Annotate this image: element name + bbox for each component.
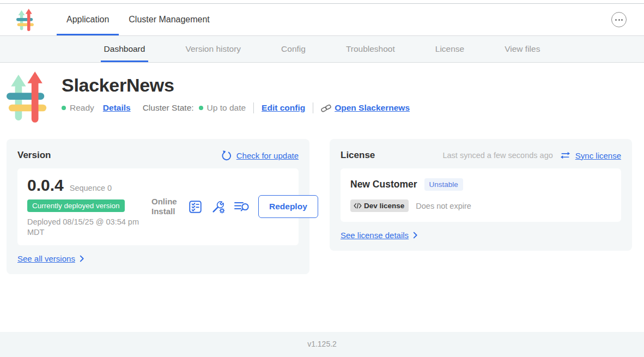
subnav-view-files[interactable]: View files <box>501 36 543 62</box>
preflight-checklist-icon[interactable] <box>188 199 203 214</box>
expiration-text: Does not expire <box>416 202 471 210</box>
more-options-button[interactable] <box>611 12 627 27</box>
app-logo-icon <box>16 9 35 31</box>
code-icon <box>354 203 362 209</box>
subnav-license[interactable]: License <box>432 36 467 62</box>
license-type-label: Dev license <box>364 202 404 210</box>
sync-license-link[interactable]: Sync license <box>575 151 621 160</box>
version-sequence: Sequence 0 <box>70 184 112 192</box>
channel-badge: Unstable <box>424 178 463 191</box>
customer-name: New Customer <box>350 179 417 190</box>
top-nav: Application Cluster Management <box>57 4 220 35</box>
cluster-state-text: Up to date <box>207 103 246 113</box>
divider <box>253 102 254 113</box>
check-for-update-group[interactable]: Check for update <box>221 150 299 161</box>
cluster-state-label: Cluster State: <box>143 103 194 113</box>
edit-config-link[interactable]: Edit config <box>262 103 305 113</box>
subnav-troubleshoot[interactable]: Troubleshoot <box>343 36 398 62</box>
ellipsis-icon <box>615 19 617 21</box>
open-app-link-group[interactable]: Open Slackernews <box>321 103 410 113</box>
console-version: v1.125.2 <box>307 340 337 348</box>
divider <box>313 102 313 113</box>
install-type-label: Online Install <box>151 197 180 216</box>
dashboard-main: SlackerNews Ready Details Cluster State:… <box>0 63 644 274</box>
see-all-versions-link[interactable]: See all versions <box>17 254 75 263</box>
app-header: SlackerNews Ready Details Cluster State:… <box>0 63 644 123</box>
check-for-update-link[interactable]: Check for update <box>236 151 299 160</box>
app-sub-nav: Dashboard Version history Config Trouble… <box>0 36 644 63</box>
current-version-panel: 0.0.4 Sequence 0 Currently deployed vers… <box>17 168 299 245</box>
app-logo-large-icon <box>7 71 49 123</box>
admin-console: Application Cluster Management Dashboard… <box>0 0 644 357</box>
license-type-badge: Dev license <box>350 199 409 212</box>
open-app-link[interactable]: Open Slackernews <box>335 103 410 113</box>
sync-icon <box>560 151 570 160</box>
cluster-state-dot <box>199 106 203 110</box>
license-card: License Last synced a few seconds ago Sy… <box>330 139 632 251</box>
version-card: Version Check for update 0.0.4 Sequence <box>7 139 309 274</box>
see-license-details-link[interactable]: See license details <box>341 231 409 240</box>
dashboard-cards: Version Check for update 0.0.4 Sequence <box>7 139 637 274</box>
tab-cluster-management[interactable]: Cluster Management <box>119 4 220 35</box>
redeploy-button[interactable]: Redeploy <box>258 195 318 218</box>
license-details-panel: New Customer Unstable <box>341 168 621 222</box>
top-divider <box>0 0 644 4</box>
log-search-icon[interactable] <box>234 200 250 213</box>
version-number: 0.0.4 <box>27 176 64 195</box>
link-icon <box>321 103 331 113</box>
subnav-dashboard[interactable]: Dashboard <box>101 36 149 62</box>
refresh-icon <box>221 150 232 161</box>
main-header: Application Cluster Management <box>0 4 644 36</box>
console-footer: v1.125.2 <box>0 332 644 357</box>
chevron-right-icon[interactable] <box>80 255 84 262</box>
app-status-text: Ready <box>70 103 94 113</box>
deployed-timestamp: Deployed 08/15/25 @ 03:54 pm MDT <box>27 217 146 238</box>
tab-application[interactable]: Application <box>57 4 119 35</box>
subnav-version-history[interactable]: Version history <box>182 36 244 62</box>
tab-application-label: Application <box>66 15 109 25</box>
last-synced-text: Last synced a few seconds ago <box>442 151 552 160</box>
page-title: SlackerNews <box>62 75 410 96</box>
deployed-badge: Currently deployed version <box>27 199 125 212</box>
chevron-right-icon[interactable] <box>413 232 418 239</box>
license-card-title: License <box>341 150 375 161</box>
subnav-config[interactable]: Config <box>278 36 309 62</box>
version-card-title: Version <box>17 150 51 161</box>
app-status-dot <box>62 106 66 110</box>
app-status-row: Ready Details Cluster State: Up to date … <box>62 102 410 113</box>
tab-cluster-management-label: Cluster Management <box>129 15 210 25</box>
details-link[interactable]: Details <box>103 103 131 113</box>
wrench-gear-icon[interactable] <box>211 199 226 214</box>
